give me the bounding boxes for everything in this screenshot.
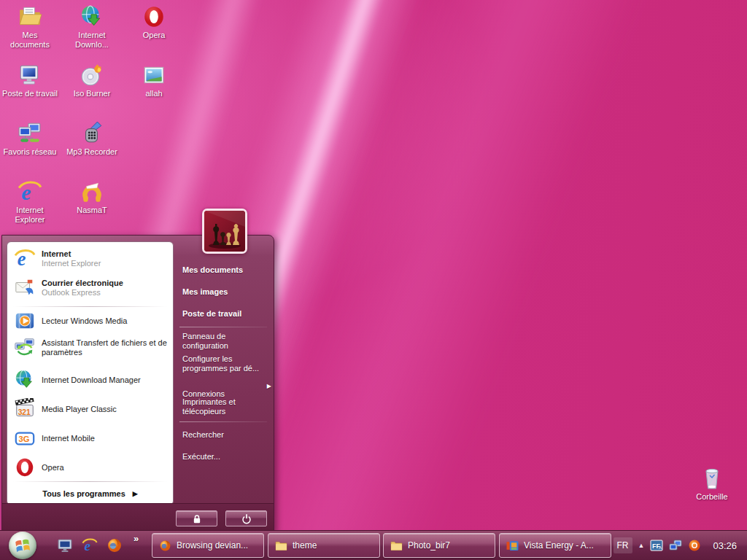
folder-icon: [275, 540, 287, 552]
desktop-icon-favoris-reseau[interactable]: Favoris réseau: [2, 121, 58, 157]
mp3-recorder-icon: [80, 121, 104, 146]
desktop-icon-label: allah: [126, 89, 182, 98]
firefox-icon: [159, 540, 171, 552]
desktop-icon-nasmat[interactable]: NasmaT: [64, 179, 120, 215]
desktop-icon-label: Corbeille: [684, 492, 740, 502]
desktop-icon-label: Internet Explorer: [2, 206, 58, 225]
task-label: theme: [293, 540, 317, 551]
desktop-icon-mes-documents[interactable]: Mes documents: [2, 4, 58, 50]
desktop-icon-label: Mp3 Recorder: [64, 147, 120, 157]
start-button[interactable]: [9, 532, 36, 559]
desktop-icon-mp3-recorder[interactable]: Mp3 Recorder: [64, 121, 120, 157]
iso-burner-icon: [80, 63, 104, 88]
firefox-quicklaunch-icon[interactable]: [107, 537, 123, 553]
item-subtitle: Internet Explorer: [42, 259, 101, 268]
item-title: Courrier électronique: [42, 279, 123, 288]
menu-separator: [179, 327, 267, 327]
desktop-icon-label: Poste de travail: [2, 89, 58, 98]
start-menu-item-assistant-transfert[interactable]: Assistant Transfert de fichiers et de pa…: [14, 337, 167, 359]
network-tray-icon[interactable]: [669, 539, 682, 552]
media-player-classic-icon: 321: [14, 398, 36, 420]
start-menu-item-opera[interactable]: Opera: [14, 456, 167, 478]
item-title: Lecteur Windows Media: [42, 316, 127, 326]
desktop-icon-poste-de-travail[interactable]: Poste de travail: [2, 63, 58, 98]
start-menu-item-internet[interactable]: e InternetInternet Explorer: [14, 248, 167, 270]
desktop-icon-internet-download-manager[interactable]: Internet Downlo...: [64, 4, 120, 50]
chevron-right-icon: ▶: [133, 490, 138, 497]
taskbar-task-photo-bir7[interactable]: Photo_bir7: [383, 533, 495, 558]
opera-icon: [14, 456, 36, 478]
svg-text:A: A: [659, 545, 662, 550]
windows-media-player-icon: [14, 310, 36, 332]
desktop-icon-label: Iso Burner: [64, 89, 120, 98]
taskbar-task-browsing-deviantart[interactable]: Browsing devian...: [152, 533, 264, 558]
all-programs-button[interactable]: Tous les programmes ▶: [7, 485, 173, 502]
item-title: Assistant Transfert de fichiers et de pa…: [42, 338, 167, 357]
start-menu-item-mes-documents[interactable]: Mes documents: [182, 265, 266, 275]
tray-expand-arrow-icon[interactable]: ▲: [638, 542, 645, 549]
my-documents-folder-icon: [18, 4, 42, 29]
image-file-icon: [142, 63, 166, 88]
outlook-express-icon: [14, 277, 36, 299]
menu-separator: [13, 481, 167, 482]
start-menu-item-lecteur-windows-media[interactable]: Lecteur Windows Media: [14, 310, 167, 332]
start-menu-item-configurer-programmes[interactable]: Configurer les programmes par dé...: [182, 354, 266, 373]
start-menu-item-rechercher[interactable]: Rechercher: [182, 430, 266, 440]
start-menu-left-panel: e InternetInternet Explorer Courrier éle…: [7, 241, 174, 505]
start-menu-item-executer[interactable]: Exécuter...: [182, 452, 266, 462]
taskbar: e » Browsing devian... theme Photo_bir7: [0, 530, 747, 560]
network-places-icon: [18, 121, 42, 146]
desktop[interactable]: Mes documents Poste de travail Favoris r…: [0, 0, 747, 531]
desktop-icon-corbeille[interactable]: Corbeille: [684, 466, 740, 502]
desktop-icon-iso-burner[interactable]: Iso Burner: [64, 63, 120, 98]
all-programs-label: Tous les programmes: [42, 489, 125, 498]
desktop-icon-label: NasmaT: [64, 206, 120, 215]
desktop-icon-allah[interactable]: allah: [126, 63, 182, 98]
item-title: Internet Mobile: [42, 434, 95, 443]
image-viewer-icon: [506, 540, 519, 552]
task-label: Browsing devian...: [177, 540, 248, 551]
nasmat-icon: [80, 179, 104, 204]
quick-launch-overflow-chevron[interactable]: »: [133, 533, 139, 544]
language-bar-tray-icon[interactable]: FF A: [650, 539, 663, 552]
item-title: Opera: [42, 463, 64, 472]
submenu-arrow-icon: ▶: [267, 381, 271, 391]
start-menu-item-courrier[interactable]: Courrier électroniqueOutlook Express: [14, 277, 167, 299]
start-menu-item-mes-images[interactable]: Mes images: [182, 287, 266, 297]
show-desktop-quicklaunch-icon[interactable]: [57, 537, 73, 553]
lock-button[interactable]: [176, 510, 217, 526]
taskbar-task-theme[interactable]: theme: [268, 533, 380, 558]
desktop-icon-label: Mes documents: [2, 31, 58, 50]
language-indicator[interactable]: FR: [614, 537, 632, 553]
svg-text:321: 321: [18, 408, 31, 416]
internet-mobile-3g-icon: 3G: [14, 427, 36, 449]
start-menu-item-imprimantes[interactable]: Imprimantes et télécopieurs: [182, 397, 266, 416]
start-menu-item-media-player-classic[interactable]: 321 Media Player Classic: [14, 398, 167, 420]
desktop-icon-label: Favoris réseau: [2, 147, 58, 157]
item-title: Media Player Classic: [42, 405, 117, 414]
internet-explorer-quicklaunch-icon[interactable]: e: [82, 537, 98, 553]
start-menu-item-panneau-de-configuration[interactable]: Panneau de configuration: [182, 332, 266, 351]
internet-explorer-icon: e: [18, 179, 42, 204]
menu-separator: [179, 421, 267, 422]
opera-icon: [142, 4, 166, 29]
start-menu-item-poste-de-travail[interactable]: Poste de travail: [182, 309, 266, 319]
taskbar-task-vista-energy[interactable]: Vista Energy - A...: [499, 533, 611, 558]
start-menu-item-internet-mobile[interactable]: 3G Internet Mobile: [14, 427, 167, 449]
start-menu-item-internet-download-manager[interactable]: Internet Download Manager: [14, 369, 167, 391]
idm-icon: [80, 4, 104, 29]
desktop-icon-opera[interactable]: Opera: [126, 4, 182, 40]
menu-separator: [13, 306, 167, 307]
task-label: Photo_bir7: [408, 540, 450, 551]
opera-tray-icon[interactable]: [688, 539, 701, 552]
desktop-icon-label: Opera: [126, 31, 182, 40]
desktop-icon-internet-explorer[interactable]: e Internet Explorer: [2, 179, 58, 225]
task-label: Vista Energy - A...: [524, 540, 594, 551]
power-icon: [239, 513, 255, 524]
taskbar-clock: 03:26: [713, 540, 737, 551]
start-menu-footer: [2, 503, 274, 531]
start-menu: e InternetInternet Explorer Courrier éle…: [1, 235, 274, 531]
recycle-bin-icon: [700, 466, 724, 491]
power-button[interactable]: [225, 510, 267, 526]
desktop-icon-label: Internet Downlo...: [64, 31, 120, 50]
